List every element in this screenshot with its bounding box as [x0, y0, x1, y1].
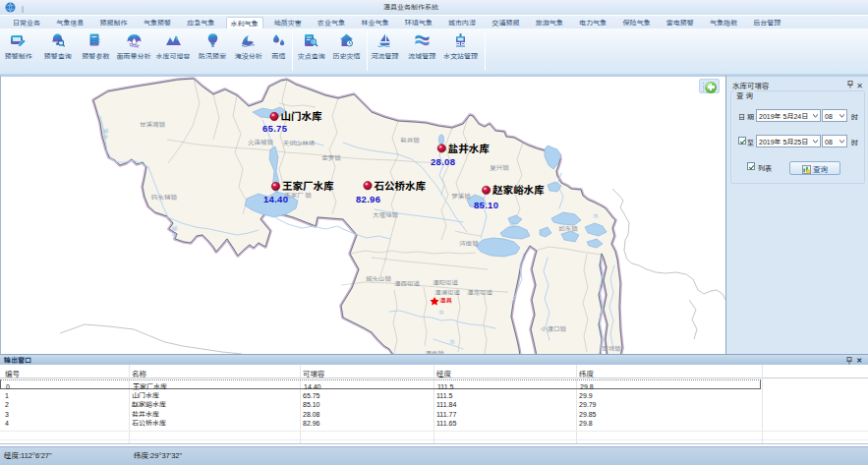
svg-text:澹水: 澹水: [101, 128, 110, 140]
svg-text:盐井水库: 盐井水库: [448, 141, 490, 155]
svg-text:澧县: 澧县: [439, 295, 453, 305]
svg-text:甘溪滩镇: 甘溪滩镇: [140, 119, 166, 129]
svg-text:梦溪镇: 梦溪镇: [451, 191, 471, 201]
svg-text:赵家峪水库: 赵家峪水库: [492, 182, 545, 197]
svg-text:官垸镇: 官垸镇: [602, 343, 621, 353]
svg-text:复兴镇: 复兴镇: [490, 162, 509, 172]
svg-text:石公桥水库: 石公桥水库: [375, 178, 427, 193]
svg-text:65.75: 65.75: [262, 123, 288, 134]
svg-text:82.96: 82.96: [356, 194, 380, 204]
svg-text:码头铺镇: 码头铺镇: [151, 192, 178, 202]
svg-text:28.08: 28.08: [431, 156, 455, 167]
svg-text:王家厂水库: 王家厂水库: [282, 178, 334, 193]
svg-text:水: 水: [438, 308, 444, 317]
svg-text:水: 水: [509, 221, 515, 230]
svg-text:天供山林场: 天供山林场: [283, 138, 316, 147]
svg-text:如东镇: 如东镇: [558, 223, 578, 233]
svg-text:盐井镇: 盐井镇: [400, 135, 420, 145]
svg-text:水: 水: [449, 337, 455, 346]
svg-text:85.10: 85.10: [474, 200, 498, 210]
svg-text:涔南镇: 涔南镇: [459, 238, 479, 248]
svg-text:14.40: 14.40: [263, 194, 288, 204]
svg-text:城头山镇: 城头山镇: [366, 273, 392, 283]
svg-text:澧澹街道: 澧澹街道: [467, 287, 493, 297]
svg-text:澹 水: 澹 水: [170, 225, 179, 239]
svg-text:金罗镇: 金罗镇: [321, 152, 341, 162]
svg-text:山门水库: 山门水库: [281, 108, 322, 123]
svg-text:澧阳街道: 澧阳街道: [433, 277, 459, 287]
svg-text:火连坡镇: 火连坡镇: [248, 137, 274, 146]
svg-text:水: 水: [593, 211, 599, 220]
svg-text:大堰垱镇: 大堰垱镇: [373, 209, 399, 219]
svg-text:小渡口镇: 小渡口镇: [541, 323, 567, 333]
svg-text:澧西街道: 澧西街道: [394, 278, 421, 288]
